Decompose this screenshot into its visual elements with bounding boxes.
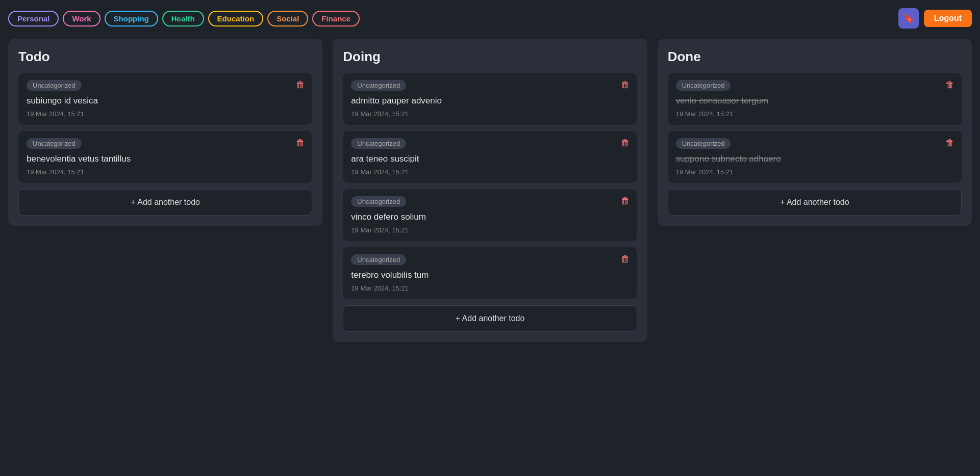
todo-title: suppono subnecto adhaero — [676, 154, 953, 164]
tag-social[interactable]: Social — [267, 11, 308, 27]
column-todo: TodoUncategorizedsubiungo id vesica19 Ma… — [8, 39, 322, 226]
todo-category-badge: Uncategorized — [676, 138, 731, 149]
column-done: DoneUncategorizedvenio consuasor tergum1… — [658, 39, 972, 226]
delete-todo-button[interactable]: 🗑 — [621, 196, 630, 205]
logout-button[interactable]: Logout — [924, 10, 972, 27]
todo-title: venio consuasor tergum — [676, 96, 953, 106]
todo-date: 19 Mar 2024, 15:21 — [351, 226, 629, 234]
delete-todo-button[interactable]: 🗑 — [945, 138, 954, 147]
todo-date: 19 Mar 2024, 15:21 — [676, 168, 953, 176]
todo-category-badge: Uncategorized — [351, 138, 406, 149]
tag-education[interactable]: Education — [208, 11, 264, 27]
header: PersonalWorkShoppingHealthEducationSocia… — [8, 8, 972, 29]
tag-shopping[interactable]: Shopping — [105, 11, 158, 27]
kanban-board: TodoUncategorizedsubiungo id vesica19 Ma… — [8, 39, 972, 342]
tag-work[interactable]: Work — [63, 11, 100, 27]
todo-title: benevolentia vetus tantillus — [27, 154, 304, 164]
bookmark-button[interactable]: 🔖 — [898, 8, 919, 29]
todo-category-badge: Uncategorized — [351, 254, 406, 265]
todo-date: 19 Mar 2024, 15:21 — [351, 284, 629, 292]
todo-category-badge: Uncategorized — [676, 80, 731, 91]
column-title-done: Done — [668, 49, 962, 65]
todo-card-doing-1: Uncategorizedara teneo suscipit19 Mar 20… — [343, 131, 637, 183]
column-doing: DoingUncategorizedadmitto pauper advenio… — [333, 39, 647, 342]
todo-title: admitto pauper advenio — [351, 96, 629, 106]
todo-date: 19 Mar 2024, 15:21 — [351, 168, 629, 176]
tag-finance[interactable]: Finance — [312, 11, 360, 27]
todo-card-doing-0: Uncategorizedadmitto pauper advenio19 Ma… — [343, 73, 637, 125]
todo-category-badge: Uncategorized — [27, 80, 82, 91]
add-todo-button-done[interactable]: + Add another todo — [668, 189, 962, 216]
header-actions: 🔖 Logout — [898, 8, 972, 29]
tag-health[interactable]: Health — [162, 11, 204, 27]
todo-card-doing-2: Uncategorizedvinco defero solium19 Mar 2… — [343, 189, 637, 241]
todo-card-todo-1: Uncategorizedbenevolentia vetus tantillu… — [18, 131, 312, 183]
todo-card-doing-3: Uncategorizedterebro volubilis tum19 Mar… — [343, 247, 637, 299]
column-title-doing: Doing — [343, 49, 637, 65]
tag-list: PersonalWorkShoppingHealthEducationSocia… — [8, 11, 360, 27]
todo-category-badge: Uncategorized — [27, 138, 82, 149]
delete-todo-button[interactable]: 🗑 — [296, 138, 305, 147]
delete-todo-button[interactable]: 🗑 — [621, 80, 630, 89]
delete-todo-button[interactable]: 🗑 — [296, 80, 305, 89]
todo-category-badge: Uncategorized — [351, 80, 406, 91]
todo-title: ara teneo suscipit — [351, 154, 629, 164]
todo-card-done-0: Uncategorizedvenio consuasor tergum19 Ma… — [668, 73, 962, 125]
add-todo-button-doing[interactable]: + Add another todo — [343, 305, 637, 332]
todo-title: vinco defero solium — [351, 212, 629, 222]
column-title-todo: Todo — [18, 49, 312, 65]
todo-card-done-1: Uncategorizedsuppono subnecto adhaero19 … — [668, 131, 962, 183]
todo-date: 19 Mar 2024, 15:21 — [351, 110, 629, 118]
delete-todo-button[interactable]: 🗑 — [621, 138, 630, 147]
todo-card-todo-0: Uncategorizedsubiungo id vesica19 Mar 20… — [18, 73, 312, 125]
add-todo-button-todo[interactable]: + Add another todo — [18, 189, 312, 216]
todo-category-badge: Uncategorized — [351, 196, 406, 207]
delete-todo-button[interactable]: 🗑 — [621, 254, 630, 263]
tag-personal[interactable]: Personal — [8, 11, 59, 27]
todo-date: 19 Mar 2024, 15:21 — [27, 168, 304, 176]
todo-title: terebro volubilis tum — [351, 270, 629, 280]
delete-todo-button[interactable]: 🗑 — [945, 80, 954, 89]
todo-date: 19 Mar 2024, 15:21 — [676, 110, 953, 118]
todo-title: subiungo id vesica — [27, 96, 304, 106]
todo-date: 19 Mar 2024, 15:21 — [27, 110, 304, 118]
